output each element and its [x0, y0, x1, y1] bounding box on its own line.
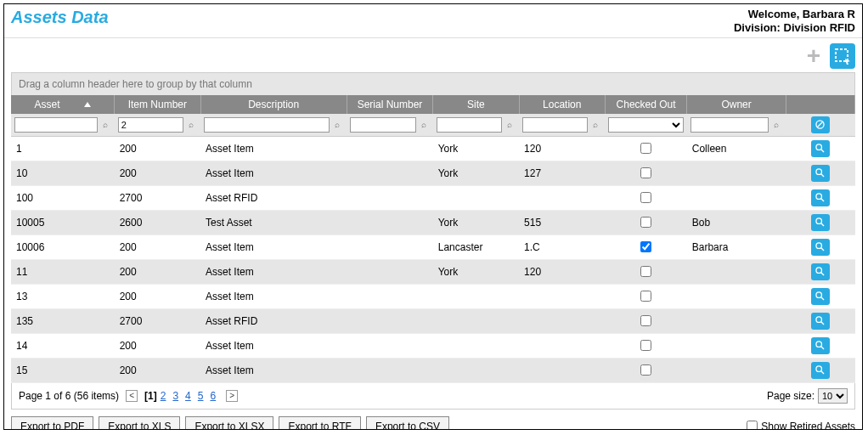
filter-location[interactable] — [522, 117, 588, 133]
export-xlsx-button[interactable]: Export to XLSX — [185, 416, 273, 431]
checked-out-checkbox[interactable] — [640, 315, 651, 326]
filter-icon[interactable]: ⌕ — [504, 119, 516, 131]
table-row[interactable]: 11200Asset ItemYork120 — [11, 259, 855, 284]
filter-item[interactable] — [118, 117, 183, 133]
table-row[interactable]: 1200Asset ItemYork120Colleen — [11, 136, 855, 161]
filter-owner[interactable] — [690, 117, 769, 133]
view-row-button[interactable] — [811, 239, 830, 256]
search-icon — [814, 315, 826, 326]
pager-page-link[interactable]: 2 — [161, 390, 166, 402]
group-by-bar[interactable]: Drag a column header here to group by th… — [11, 72, 855, 95]
cell-location — [519, 284, 605, 308]
cell-description: Asset Item — [200, 161, 347, 185]
filter-icon[interactable]: ⌕ — [589, 119, 601, 131]
table-row[interactable]: 14200Asset Item — [11, 333, 855, 358]
filter-icon[interactable]: ⌕ — [331, 119, 343, 131]
svg-line-10 — [821, 223, 824, 226]
pager-page-link[interactable]: 5 — [198, 390, 204, 402]
filter-icon[interactable]: ⌕ — [418, 119, 430, 131]
filter-site[interactable] — [437, 117, 502, 133]
svg-point-3 — [816, 144, 822, 150]
cell-site: York — [433, 161, 519, 185]
view-row-button[interactable] — [811, 165, 830, 182]
show-retired-toggle[interactable]: Show Retired Assets — [747, 421, 855, 431]
cell-item: 200 — [115, 234, 200, 259]
col-header-owner[interactable]: Owner — [687, 95, 786, 114]
export-csv-button[interactable]: Export to CSV — [366, 416, 449, 431]
pager-prev[interactable]: < — [126, 390, 138, 402]
export-pdf-button[interactable]: Export to PDF — [11, 416, 93, 431]
col-header-serial[interactable]: Serial Number — [347, 95, 432, 114]
search-icon — [814, 167, 826, 178]
export-rtf-button[interactable]: Export to RTF — [279, 416, 360, 431]
export-xls-button[interactable]: Export to XLS — [99, 416, 180, 431]
cell-site — [433, 358, 519, 382]
cell-asset: 13 — [11, 284, 115, 308]
checked-out-checkbox[interactable] — [640, 291, 651, 302]
add-button[interactable]: + — [801, 43, 826, 69]
col-header-checked[interactable]: Checked Out — [605, 95, 686, 114]
col-header-item[interactable]: Item Number — [115, 95, 200, 114]
filter-icon[interactable]: ⌕ — [185, 119, 197, 131]
view-row-button[interactable] — [811, 362, 830, 379]
checked-out-checkbox[interactable] — [640, 143, 651, 154]
page-size-label: Page size: — [767, 390, 814, 402]
cell-description: Asset RFID — [200, 185, 347, 210]
cell-asset: 14 — [11, 333, 115, 358]
view-row-button[interactable] — [811, 140, 830, 157]
col-header-description[interactable]: Description — [200, 95, 347, 114]
checked-out-checkbox[interactable] — [640, 340, 651, 351]
clear-filters-button[interactable] — [811, 116, 830, 133]
select-area-button[interactable] — [830, 43, 855, 69]
cell-asset: 11 — [11, 259, 115, 284]
view-row-button[interactable] — [811, 288, 830, 305]
filter-icon[interactable]: ⌕ — [770, 119, 782, 131]
table-row[interactable]: 1002700Asset RFID — [11, 185, 855, 210]
svg-line-6 — [821, 174, 824, 177]
table-row[interactable]: 15200Asset Item — [11, 358, 855, 382]
pager-next[interactable]: > — [226, 390, 238, 402]
checked-out-checkbox[interactable] — [640, 266, 651, 277]
view-row-button[interactable] — [811, 189, 830, 206]
checked-out-checkbox[interactable] — [640, 192, 651, 203]
view-row-button[interactable] — [811, 214, 830, 231]
filter-checked[interactable] — [608, 117, 683, 133]
filter-asset[interactable] — [14, 117, 98, 133]
filter-icon[interactable]: ⌕ — [99, 119, 111, 131]
view-row-button[interactable] — [811, 263, 830, 280]
filter-description[interactable] — [204, 117, 330, 133]
table-row[interactable]: 13200Asset Item — [11, 284, 855, 308]
svg-point-5 — [816, 169, 822, 175]
cell-asset: 15 — [11, 358, 115, 382]
filter-serial[interactable] — [350, 117, 415, 133]
col-header-location[interactable]: Location — [519, 95, 605, 114]
table-row[interactable]: 10006200Asset ItemLancaster1.CBarbara — [11, 234, 855, 259]
checked-out-checkbox[interactable] — [640, 217, 651, 228]
cell-item: 200 — [115, 259, 200, 284]
pager-page-link[interactable]: 4 — [185, 390, 191, 402]
col-header-asset[interactable]: Asset — [11, 95, 115, 114]
cell-description: Asset Item — [200, 358, 347, 382]
col-header-site[interactable]: Site — [433, 95, 519, 114]
page-size-select[interactable]: 10 — [818, 388, 848, 404]
checked-out-checkbox[interactable] — [640, 241, 651, 252]
table-row[interactable]: 10200Asset ItemYork127 — [11, 161, 855, 185]
pager-page-link[interactable]: 6 — [210, 390, 216, 402]
cell-owner — [687, 259, 786, 284]
show-retired-checkbox[interactable] — [747, 421, 758, 430]
page-title: Assets Data — [11, 8, 109, 27]
checked-out-checkbox[interactable] — [640, 167, 651, 178]
table-row[interactable]: 1352700Asset RFID — [11, 308, 855, 333]
view-row-button[interactable] — [811, 313, 830, 330]
cell-serial — [347, 234, 432, 259]
table-row[interactable]: 100052600Test AssetYork515Bob — [11, 210, 855, 234]
cell-description: Asset Item — [200, 136, 347, 161]
cell-asset: 100 — [11, 185, 115, 210]
pager-page-link[interactable]: 3 — [172, 390, 178, 402]
cell-asset: 135 — [11, 308, 115, 333]
cell-description: Asset Item — [200, 259, 347, 284]
cell-site: York — [433, 210, 519, 234]
view-row-button[interactable] — [811, 337, 830, 354]
show-retired-label: Show Retired Assets — [761, 421, 855, 431]
checked-out-checkbox[interactable] — [640, 364, 651, 376]
